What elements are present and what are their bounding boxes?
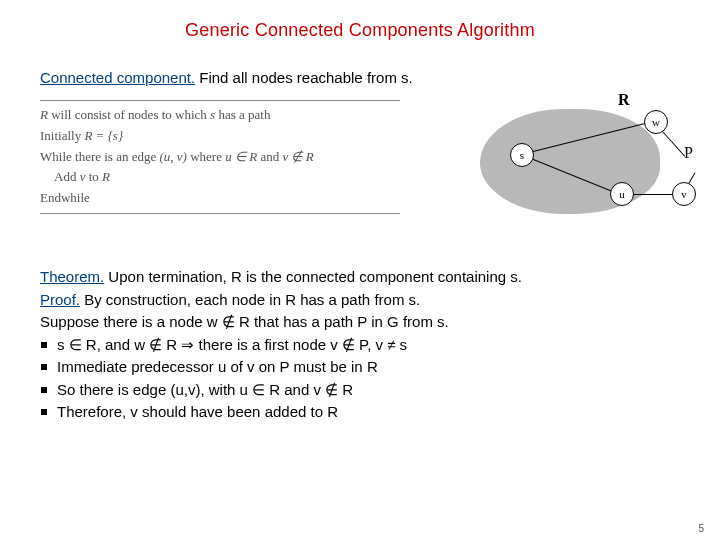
definition-term: Connected component. [40, 69, 195, 86]
node-u: u [610, 182, 634, 206]
proof-term: Proof. [40, 291, 80, 308]
pseudo-text: will consist of nodes to which [48, 107, 210, 122]
node-s: s [510, 143, 534, 167]
list-item: Immediate predecessor u of v on P must b… [40, 356, 680, 379]
pseudo-init: R = {s} [84, 128, 123, 143]
pseudo-text: Initially [40, 128, 84, 143]
node-w: w [644, 110, 668, 134]
definition-rest: Find all nodes reachable from s. [195, 69, 413, 86]
pseudo-cond1: u ∈ R [225, 149, 257, 164]
node-v: v [672, 182, 696, 206]
pseudocode-block: R will consist of nodes to which s has a… [40, 100, 400, 214]
pseudo-R2: R [102, 169, 110, 184]
label-R: R [618, 91, 630, 109]
pseudo-text: where [187, 149, 225, 164]
pseudo-text: to [85, 169, 102, 184]
pseudo-R: R [40, 107, 48, 122]
pseudo-edge: (u, v) [159, 149, 186, 164]
theorem-term: Theorem. [40, 268, 104, 285]
list-item: So there is edge (u,v), with u ∈ R and v… [40, 379, 680, 402]
list-item: Therefore, v should have been added to R [40, 401, 680, 424]
proof-rest: By construction, each node in R has a pa… [80, 291, 420, 308]
theorem-line1: Upon termination, R is the connected com… [104, 268, 522, 285]
pseudo-text: While there is an edge [40, 149, 159, 164]
bullet-list: s ∈ R, and w ∉ R ⇒ there is a first node… [40, 334, 680, 424]
definition-line: Connected component. Find all nodes reac… [40, 69, 680, 86]
pseudo-endwhile: Endwhile [40, 188, 400, 209]
label-P: P [684, 144, 693, 162]
graph-diagram: R P s w u v [400, 94, 700, 234]
pseudo-text: and [257, 149, 282, 164]
theorem-block: Theorem. Upon termination, R is the conn… [40, 266, 680, 424]
list-item: s ∈ R, and w ∉ R ⇒ there is a first node… [40, 334, 680, 357]
page-number: 5 [698, 523, 704, 534]
pseudo-text: has a path [215, 107, 270, 122]
pseudo-cond2: v ∉ R [282, 149, 313, 164]
suppose-line: Suppose there is a node w ∉ R that has a… [40, 311, 680, 334]
pseudo-text: Add [54, 169, 80, 184]
slide-title: Generic Connected Components Algorithm [0, 20, 720, 41]
